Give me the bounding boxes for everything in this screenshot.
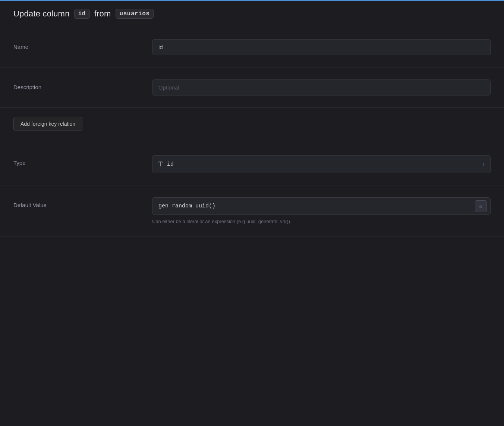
- description-field-wrapper: [152, 79, 491, 95]
- type-value: id: [167, 161, 174, 167]
- name-field-wrapper: [152, 39, 491, 55]
- default-value-input[interactable]: [152, 197, 491, 215]
- list-icon: ≡: [479, 203, 482, 210]
- header-prefix: Update column: [13, 9, 70, 19]
- name-section: Name: [0, 27, 504, 68]
- page-wrapper: Update column id from usuarios Name Desc…: [0, 0, 504, 426]
- name-input[interactable]: [152, 39, 491, 55]
- name-label: Name: [13, 39, 140, 50]
- type-label: Type: [13, 155, 140, 166]
- header-separator: from: [94, 9, 111, 19]
- type-select[interactable]: T id ↕: [152, 155, 491, 173]
- type-section: Type T id ↕: [0, 143, 504, 185]
- description-label: Description: [13, 79, 140, 90]
- default-value-row: Default Value ≡ Can either be a literal …: [13, 197, 491, 224]
- description-input[interactable]: [152, 79, 491, 95]
- description-row: Description: [13, 79, 491, 95]
- type-field-wrapper: T id ↕: [152, 155, 491, 173]
- description-section: Description: [0, 68, 504, 108]
- table-badge: usuarios: [116, 9, 154, 19]
- add-foreign-key-button[interactable]: Add foreign key relation: [13, 117, 82, 131]
- default-value-helper: Can either be a literal or an expression…: [152, 219, 491, 224]
- foreign-key-section: Add foreign key relation: [0, 108, 504, 143]
- list-options-button[interactable]: ≡: [475, 200, 487, 212]
- type-text-icon: T: [158, 161, 163, 167]
- default-value-field-wrapper: ≡ Can either be a literal or an expressi…: [152, 197, 491, 224]
- default-value-section: Default Value ≡ Can either be a literal …: [0, 185, 504, 237]
- name-row: Name: [13, 39, 491, 55]
- page-header: Update column id from usuarios: [0, 1, 504, 27]
- type-row: Type T id ↕: [13, 155, 491, 173]
- default-value-label: Default Value: [13, 197, 140, 208]
- chevron-down-icon: ↕: [482, 161, 485, 167]
- default-value-input-wrapper: ≡: [152, 197, 491, 215]
- column-badge: id: [74, 9, 90, 19]
